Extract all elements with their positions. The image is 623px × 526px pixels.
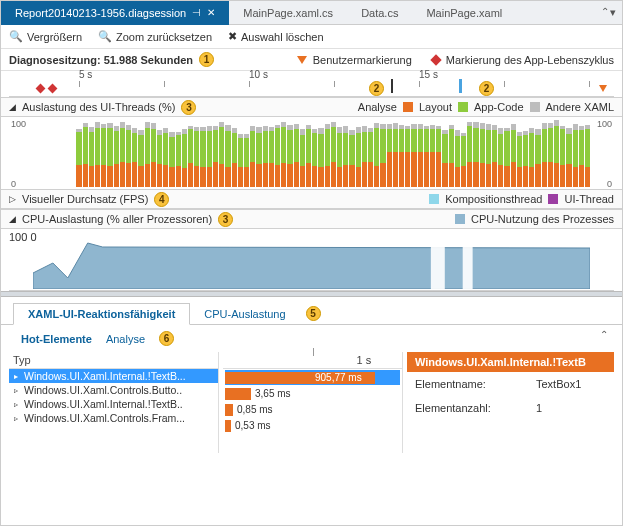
callout-2b: 2 (479, 81, 494, 96)
toolbar: 🔍 Vergrößern 🔍 Zoom zurücksetzen ✖ Auswa… (1, 25, 622, 49)
legend-cpu-swatch (455, 214, 465, 224)
callout-4: 4 (154, 192, 169, 207)
user-marker-bar (391, 79, 393, 93)
ui-thread-title: Auslastung des UI-Threads (%) (22, 101, 175, 113)
fps-title: Visueller Durchsatz (FPS) (22, 193, 148, 205)
subtab-hot[interactable]: Hot-Elemente (21, 333, 92, 345)
legend-layout-swatch (403, 102, 413, 112)
legend-ui-swatch (548, 194, 558, 204)
tree-row[interactable]: ▹Windows.UI.Xaml.Controls.Butto.. (9, 383, 218, 397)
pin-icon[interactable]: ⊣ (192, 7, 201, 18)
detail-title: Windows.UI.Xaml.Internal.!TextB (407, 352, 614, 372)
tab-data-cs[interactable]: Data.cs (347, 1, 412, 25)
tab-label: Report20140213-1956.diagsession (15, 7, 186, 19)
tab-cpu-usage[interactable]: CPU-Auslastung (190, 304, 299, 324)
tab-mainpage-xaml[interactable]: MainPage.xaml (412, 1, 516, 25)
callout-6: 6 (159, 331, 174, 346)
chevron-up-icon[interactable]: ⌃ (601, 6, 609, 17)
type-column: Typ ▸Windows.UI.Xaml.Internal.!TextB...▹… (9, 352, 219, 453)
selection-handle[interactable] (459, 79, 462, 93)
tab-report[interactable]: Report20140213-1956.diagsession ⊣ ✕ (1, 1, 229, 25)
expand-icon[interactable]: ▹ (11, 386, 21, 395)
lifecycle-marker (48, 84, 58, 94)
magnify-plus-icon: 🔍 (9, 30, 23, 43)
collapse-icon[interactable]: ◢ (9, 214, 16, 224)
svg-rect-0 (431, 233, 445, 289)
clear-selection-button[interactable]: ✖ Auswahl löschen (228, 30, 324, 43)
timeline-ruler[interactable]: 5 s 10 s 15 s 2 2 (9, 71, 614, 97)
session-label: Diagnosesitzung: 51.988 Sekunden (9, 54, 193, 66)
expand-icon[interactable]: ▹ (11, 414, 21, 423)
duration-bar: 905,77 ms (225, 370, 400, 385)
tab-mainpage-cs[interactable]: MainPage.xaml.cs (229, 1, 347, 25)
magnify-icon: 🔍 (98, 30, 112, 43)
zoom-in-button[interactable]: 🔍 Vergrößern (9, 30, 82, 43)
cpu-title: CPU-Auslastung (% aller Prozessoren) (22, 213, 212, 225)
expand-icon[interactable]: ▹ (11, 400, 21, 409)
legend-comp-swatch (429, 194, 439, 204)
callout-3b: 3 (218, 212, 233, 227)
close-icon[interactable]: ✕ (207, 7, 215, 18)
subtab-analyse[interactable]: Analyse (106, 333, 145, 345)
sub-tabs: Hot-Elemente Analyse 6 ⌃ (1, 325, 622, 352)
user-marker-tri (599, 85, 607, 92)
callout-1: 1 (199, 52, 214, 67)
lifecycle-label: Markierung des App-Lebenszyklus (446, 54, 614, 66)
collapse-icon[interactable]: ◢ (9, 102, 16, 112)
legend-analyse-swatch (342, 102, 352, 112)
chevron-up-icon[interactable]: ⌃ (600, 329, 608, 340)
document-tabbar: Report20140213-1956.diagsession ⊣ ✕ Main… (1, 1, 622, 25)
expand-icon[interactable]: ▷ (9, 194, 16, 204)
lifecycle-mark-icon (430, 54, 441, 65)
session-info-row: Diagnosesitzung: 51.988 Sekunden 1 Benut… (1, 49, 622, 71)
duration-bar: 0,53 ms (225, 418, 400, 433)
user-mark-icon (297, 56, 307, 64)
duration-bar: 3,65 ms (225, 386, 400, 401)
detail-tabs: XAML-UI-Reaktionsfähigkeit CPU-Auslastun… (1, 297, 622, 325)
fps-header: ▷ Visueller Durchsatz (FPS) 4 Kompositio… (1, 189, 622, 209)
tree-row[interactable]: ▹Windows.UI.Xaml.Controls.Fram... (9, 411, 218, 425)
user-mark-label: Benutzermarkierung (313, 54, 412, 66)
tree-row[interactable]: ▸Windows.UI.Xaml.Internal.!TextB... (9, 369, 218, 383)
duration-bar: 0,85 ms (225, 402, 400, 417)
ui-thread-chart[interactable]: 100 100 0 0 (9, 119, 614, 189)
duration-column: 1 s 905,77 ms3,65 ms0,85 ms0,53 ms (223, 352, 403, 453)
hot-elements-grid: Typ ▸Windows.UI.Xaml.Internal.!TextB...▹… (1, 352, 622, 457)
legend-other-swatch (530, 102, 540, 112)
tab-xaml-responsiveness[interactable]: XAML-UI-Reaktionsfähigkeit (13, 303, 190, 325)
cpu-chart[interactable]: 100 0 (9, 231, 614, 291)
col-header-type: Typ (9, 352, 218, 369)
clear-icon: ✖ (228, 30, 237, 43)
expand-icon[interactable]: ▸ (11, 372, 21, 381)
legend-appcode-swatch (458, 102, 468, 112)
lifecycle-marker (36, 84, 46, 94)
svg-rect-1 (463, 233, 473, 289)
callout-5: 5 (306, 306, 321, 321)
zoom-reset-button[interactable]: 🔍 Zoom zurücksetzen (98, 30, 212, 43)
detail-pane: Windows.UI.Xaml.Internal.!TextB Elementn… (407, 352, 614, 453)
cpu-header: ◢ CPU-Auslastung (% aller Prozessoren) 3… (1, 209, 622, 229)
callout-3: 3 (181, 100, 196, 115)
tree-row[interactable]: ▹Windows.UI.Xaml.Internal.!TextB.. (9, 397, 218, 411)
callout-2: 2 (369, 81, 384, 96)
ui-thread-header: ◢ Auslastung des UI-Threads (%) 3 Analys… (1, 97, 622, 117)
